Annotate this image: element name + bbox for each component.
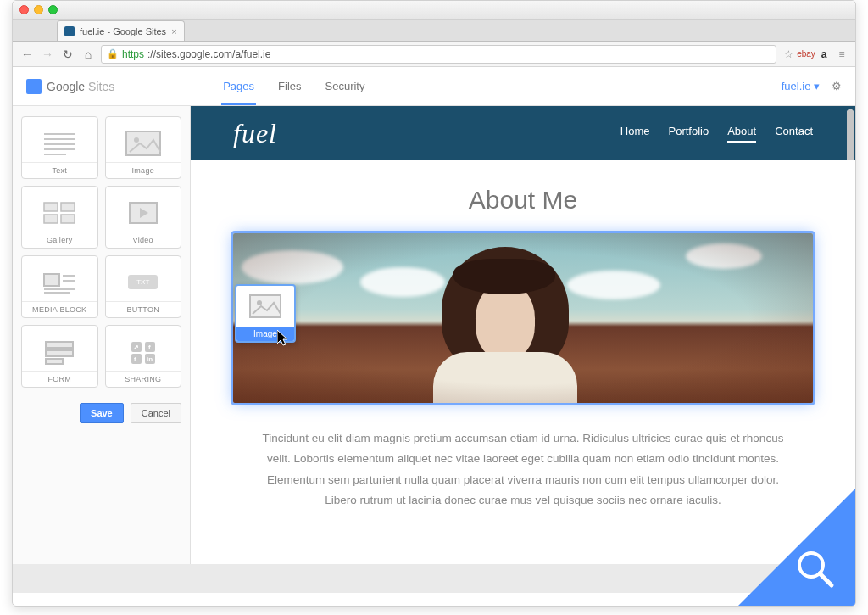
hero-image-block[interactable] xyxy=(233,233,813,403)
site-header: fuel Home Portfolio About Contact xyxy=(191,106,855,160)
hero-image xyxy=(233,233,813,403)
svg-rect-18 xyxy=(46,342,73,348)
close-window-button[interactable] xyxy=(19,5,29,14)
widget-video[interactable]: Video xyxy=(105,186,182,249)
svg-rect-8 xyxy=(61,203,75,211)
widget-button[interactable]: TXT BUTTON xyxy=(105,255,182,318)
widget-image[interactable]: Image xyxy=(105,116,182,179)
lock-icon: 🔒 xyxy=(107,48,119,59)
svg-text:↗: ↗ xyxy=(133,344,139,351)
svg-point-6 xyxy=(134,137,139,143)
tab-files[interactable]: Files xyxy=(276,68,303,104)
account-menu[interactable]: fuel.ie ▾ xyxy=(782,80,820,92)
media-block-icon xyxy=(22,263,97,301)
svg-text:f: f xyxy=(148,344,151,351)
product-name: Google xyxy=(47,80,85,93)
gear-icon[interactable]: ⚙ xyxy=(832,80,842,92)
tab-favicon xyxy=(64,26,75,36)
product-sub: Sites xyxy=(88,80,114,93)
url-scheme: https xyxy=(122,48,144,60)
address-bar[interactable]: 🔒 https://sites.google.com/a/fuel.ie xyxy=(101,45,776,64)
widget-label: Text xyxy=(22,162,97,178)
svg-point-30 xyxy=(257,300,262,305)
widget-form[interactable]: FORM xyxy=(21,325,98,388)
svg-text:in: in xyxy=(147,355,153,363)
widget-media-block[interactable]: MEDIA BLOCK xyxy=(21,255,98,318)
svg-rect-20 xyxy=(46,359,63,364)
button-inner-label: TXT xyxy=(128,275,158,289)
url-path: ://sites.google.com/a/fuel.ie xyxy=(147,48,270,60)
product-mark-icon xyxy=(26,79,42,94)
chrome-menu-icon[interactable]: ≡ xyxy=(835,48,849,61)
app-tabs: Pages Files Security xyxy=(221,68,366,104)
image-icon xyxy=(236,286,294,327)
button-icon: TXT xyxy=(106,263,181,301)
widget-gallery[interactable]: Gallery xyxy=(21,186,98,249)
page-title: About Me xyxy=(233,160,813,233)
form-icon xyxy=(22,333,97,371)
svg-marker-31 xyxy=(277,330,287,345)
tab-security[interactable]: Security xyxy=(324,68,367,104)
nav-home[interactable]: Home xyxy=(620,125,650,143)
nav-about[interactable]: About xyxy=(727,125,756,143)
browser-tab-strip: fuel.ie - Google Sites × xyxy=(13,20,855,42)
body-paragraph: Tincidunt eu elit diam magnis pretium ac… xyxy=(252,428,794,511)
svg-line-33 xyxy=(820,573,832,585)
widget-label: Image xyxy=(106,162,181,178)
widget-label: BUTTON xyxy=(106,301,181,317)
svg-rect-10 xyxy=(61,215,75,223)
back-button[interactable]: ← xyxy=(19,47,35,62)
home-button[interactable]: ⌂ xyxy=(81,47,96,62)
browser-tab[interactable]: fuel.ie - Google Sites × xyxy=(57,20,185,41)
tab-pages[interactable]: Pages xyxy=(221,68,256,104)
nav-portfolio[interactable]: Portfolio xyxy=(669,125,709,143)
app-header: Google Sites Pages Files Security fuel.i… xyxy=(13,67,855,106)
tab-title: fuel.ie - Google Sites xyxy=(80,26,166,36)
widget-label: MEDIA BLOCK xyxy=(22,301,97,317)
window-titlebar xyxy=(13,1,855,20)
sharing-icon: ↗ftin xyxy=(106,333,181,371)
video-icon xyxy=(106,193,181,232)
reload-button[interactable]: ↻ xyxy=(60,47,75,62)
widget-label: Gallery xyxy=(22,232,97,248)
forward-button[interactable]: → xyxy=(40,47,55,62)
close-tab-icon[interactable]: × xyxy=(171,26,176,36)
text-lines-icon xyxy=(22,124,97,162)
widget-sidebar: Text Image Gallery xyxy=(13,106,191,564)
bookmark-star-icon[interactable]: ☆ xyxy=(782,48,795,61)
account-label: fuel.ie xyxy=(782,80,811,92)
nav-contact[interactable]: Contact xyxy=(775,125,813,143)
widget-label: Video xyxy=(106,232,181,248)
cursor-icon xyxy=(277,330,291,349)
svg-rect-13 xyxy=(44,274,59,286)
product-logo[interactable]: Google Sites xyxy=(26,79,114,94)
svg-text:t: t xyxy=(134,355,136,363)
widget-sharing[interactable]: ↗ftin SHARING xyxy=(105,325,182,388)
browser-toolbar: ← → ↻ ⌂ 🔒 https://sites.google.com/a/fue… xyxy=(13,42,855,67)
svg-rect-23 xyxy=(131,354,142,364)
extension-icon-amazon[interactable]: a xyxy=(817,48,831,61)
widget-text[interactable]: Text xyxy=(21,116,98,179)
extension-icon[interactable]: ebay xyxy=(799,48,813,61)
svg-rect-19 xyxy=(46,350,73,356)
save-button[interactable]: Save xyxy=(80,403,124,423)
widget-label: FORM xyxy=(22,371,97,387)
search-icon[interactable] xyxy=(793,546,840,594)
canvas-footer-strip xyxy=(13,564,855,593)
minimize-window-button[interactable] xyxy=(34,5,43,14)
site-brand[interactable]: fuel xyxy=(233,118,277,149)
site-nav: Home Portfolio About Contact xyxy=(620,125,813,143)
svg-rect-7 xyxy=(44,203,58,211)
cancel-button[interactable]: Cancel xyxy=(131,403,181,423)
gallery-icon xyxy=(22,193,97,232)
image-icon xyxy=(106,124,181,162)
svg-rect-9 xyxy=(44,215,58,223)
widget-label: SHARING xyxy=(106,371,181,387)
chevron-down-icon: ▾ xyxy=(814,80,820,92)
zoom-window-button[interactable] xyxy=(48,5,58,14)
